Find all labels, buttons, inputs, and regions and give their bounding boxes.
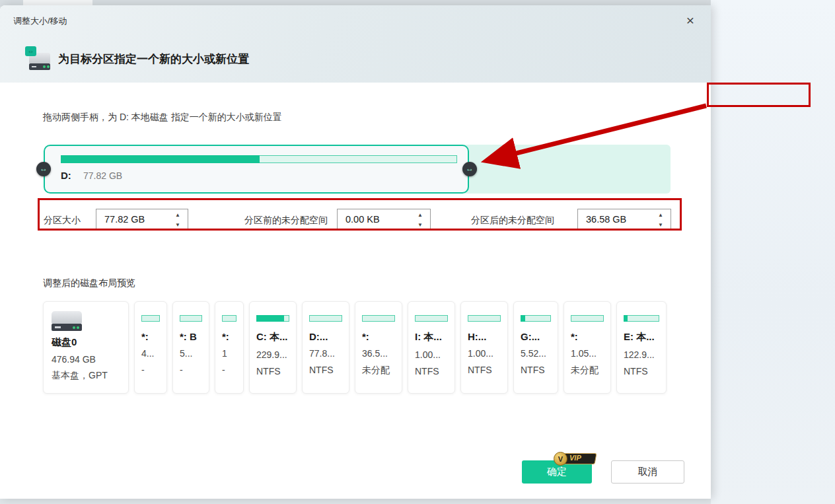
tile-usage-fill xyxy=(624,315,628,322)
tile-partition-fs: NTFS xyxy=(624,366,659,377)
tile-usage-bar xyxy=(468,315,501,322)
tile-partition-fs: NTFS xyxy=(256,366,289,377)
spinner-up-icon[interactable]: ▲ xyxy=(658,211,663,219)
tile-partition-size: 1.00... xyxy=(415,349,448,360)
tile-partition-name: I: 本... xyxy=(415,331,448,343)
partition-tile[interactable]: *:1.05...未分配 xyxy=(563,301,611,394)
tile-partition-name: G:... xyxy=(521,331,551,342)
partition-tile[interactable]: G:...5.52...NTFS xyxy=(513,301,558,394)
tile-partition-fs: 未分配 xyxy=(362,365,395,377)
tile-partition-size: 122.9... xyxy=(624,349,659,360)
field-label: 分区前的未分配空间 xyxy=(244,215,328,227)
tile-partition-name: *: B xyxy=(180,331,202,342)
tile-usage-fill xyxy=(256,315,284,322)
size-spinner-input[interactable]: 77.82 GB▲▼ xyxy=(96,209,188,231)
tile-partition-name: *: xyxy=(362,331,395,342)
tile-partition-name: D:... xyxy=(309,331,342,342)
disk-drive-icon xyxy=(52,311,82,331)
resize-move-dialog: 调整大小/移动 × ⇔ 为目标分区指定一个新的大小或新位置 拖动两侧手柄，为 D… xyxy=(0,5,711,499)
tile-partition-size: 77.8... xyxy=(309,348,342,359)
tile-partition-size: 1.05... xyxy=(571,348,604,359)
tile-partition-fs: - xyxy=(141,365,160,375)
partition-tile[interactable]: *:1- xyxy=(215,301,244,394)
partition-tile[interactable]: *:36.5...未分配 xyxy=(355,301,402,394)
tile-partition-fs: - xyxy=(222,365,236,375)
spinner-arrows[interactable]: ▲▼ xyxy=(656,211,665,229)
partition-usage-bar xyxy=(61,155,457,163)
tile-partition-size: 4... xyxy=(141,348,160,359)
disk-name: 磁盘0 xyxy=(52,336,120,349)
dialog-title: 调整大小/移动 xyxy=(13,15,67,27)
partition-resize-box[interactable]: D: 77.82 GB xyxy=(44,145,469,194)
size-spinner-input[interactable]: 0.00 KB▲▼ xyxy=(337,209,431,231)
size-spinner-input[interactable]: 36.58 GB▲▼ xyxy=(577,209,671,231)
tile-usage-bar xyxy=(571,315,604,322)
tile-partition-name: *: xyxy=(571,331,604,342)
partition-tile[interactable]: *: B5...- xyxy=(172,301,209,394)
dialog-heading: 为目标分区指定一个新的大小或新位置 xyxy=(58,52,249,67)
tile-usage-bar xyxy=(222,315,236,322)
partition-tile[interactable]: H:...1.00...NTFS xyxy=(460,301,508,394)
partition-size-label: 77.82 GB xyxy=(83,170,122,181)
field-label: 分区后的未分配空间 xyxy=(471,215,554,227)
tile-usage-bar xyxy=(362,315,395,322)
tile-usage-bar xyxy=(141,315,160,322)
dialog-heading-row: ⇔ 为目标分区指定一个新的大小或新位置 xyxy=(25,46,249,71)
spinner-value: 36.58 GB xyxy=(586,214,626,225)
tile-partition-name: E: 本... xyxy=(624,331,659,343)
tile-partition-size: 36.5... xyxy=(362,348,395,359)
field-label: 分区大小 xyxy=(44,215,81,227)
partition-tile[interactable]: C: 本...229.9...NTFS xyxy=(249,301,297,394)
tile-usage-bar xyxy=(256,315,289,322)
partition-used-fill xyxy=(61,155,260,163)
resize-handle-right-icon[interactable]: ↔ xyxy=(462,162,477,176)
tile-usage-bar xyxy=(309,315,342,322)
spinner-value: 77.82 GB xyxy=(104,214,145,225)
vip-badge: VIP V xyxy=(554,452,596,466)
vip-v-icon: V xyxy=(554,452,567,466)
resize-drive-icon: ⇔ xyxy=(25,46,52,71)
tile-partition-fs: NTFS xyxy=(415,366,448,377)
tile-partition-name: *: xyxy=(141,331,160,342)
spinner-down-icon[interactable]: ▼ xyxy=(418,221,423,229)
tile-partition-size: 5... xyxy=(180,348,202,359)
tile-partition-size: 1.00... xyxy=(468,348,501,359)
spinner-arrows[interactable]: ▲▼ xyxy=(173,211,182,229)
spinner-value: 0.00 KB xyxy=(345,214,380,225)
tile-partition-size: 5.52... xyxy=(521,348,551,359)
tile-partition-fs: NTFS xyxy=(309,365,342,375)
tile-usage-bar xyxy=(521,315,551,322)
instruction-text: 拖动两侧手柄，为 D: 本地磁盘 指定一个新的大小或新位置 xyxy=(43,112,282,124)
size-fields-row: 分区大小77.82 GB▲▼分区前的未分配空间0.00 KB▲▼分区后的未分配空… xyxy=(0,209,711,233)
tile-usage-fill xyxy=(521,315,525,322)
operations-sidebar xyxy=(711,0,835,504)
tile-usage-bar xyxy=(180,315,202,322)
spinner-up-icon[interactable]: ▲ xyxy=(175,211,180,219)
spinner-down-icon[interactable]: ▼ xyxy=(175,221,180,229)
tile-partition-fs: NTFS xyxy=(468,365,501,375)
spinner-down-icon[interactable]: ▼ xyxy=(658,221,663,229)
partition-tile[interactable]: D:...77.8...NTFS xyxy=(302,301,349,394)
tile-usage-bar xyxy=(415,315,448,322)
partition-drive-label: D: xyxy=(61,170,71,181)
disk-summary-card[interactable]: 磁盘0 476.94 GB 基本盘，GPT xyxy=(43,301,129,394)
close-icon[interactable]: × xyxy=(682,12,699,29)
spinner-up-icon[interactable]: ▲ xyxy=(418,211,423,219)
tile-partition-name: C: 本... xyxy=(256,331,289,343)
tile-partition-name: H:... xyxy=(468,331,501,342)
tile-usage-bar xyxy=(624,315,659,322)
preview-section-label: 调整后的磁盘布局预览 xyxy=(43,277,135,289)
disk-type: 基本盘，GPT xyxy=(52,370,120,382)
partition-tile[interactable]: I: 本...1.00...NTFS xyxy=(408,301,455,394)
vip-badge-label: VIP xyxy=(569,454,581,462)
tile-partition-name: *: xyxy=(222,331,236,342)
disk-size: 476.94 GB xyxy=(52,354,120,365)
partition-tile[interactable]: *:4...- xyxy=(134,301,167,394)
tile-partition-fs: - xyxy=(180,365,202,375)
cancel-button[interactable]: 取消 xyxy=(611,460,684,484)
spinner-arrows[interactable]: ▲▼ xyxy=(416,211,425,229)
app-root: 调整大小/移动 × ⇔ 为目标分区指定一个新的大小或新位置 拖动两侧手柄，为 D… xyxy=(0,0,835,504)
tile-partition-size: 1 xyxy=(222,348,236,359)
partition-tile[interactable]: E: 本...122.9...NTFS xyxy=(616,301,667,394)
resize-handle-left-icon[interactable]: ↔ xyxy=(36,162,51,176)
